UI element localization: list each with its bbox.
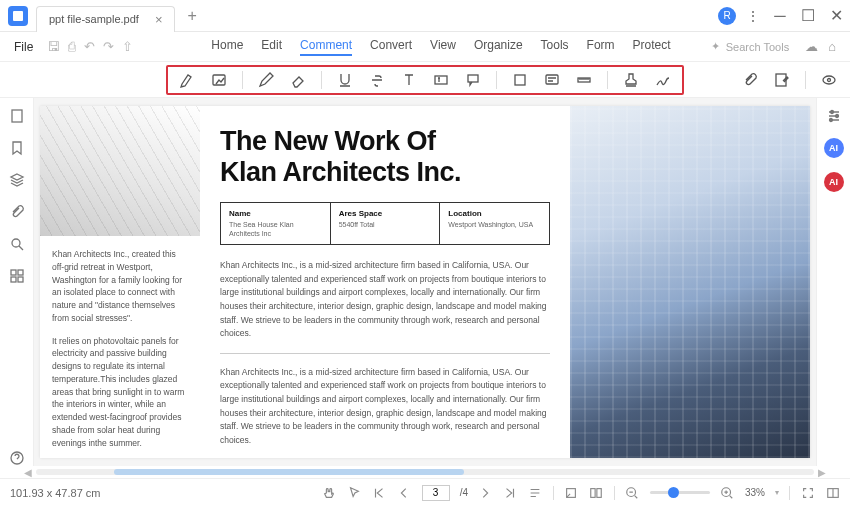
home-icon[interactable]: ⌂ bbox=[828, 39, 836, 54]
tab-home[interactable]: Home bbox=[211, 38, 243, 56]
comment-toolbar bbox=[166, 65, 684, 95]
read-mode-icon[interactable] bbox=[825, 485, 840, 500]
svg-point-18 bbox=[829, 119, 832, 122]
search-panel-icon[interactable] bbox=[9, 236, 25, 252]
area-value: 5540ff Total bbox=[339, 220, 432, 229]
save-icon[interactable]: 🖫 bbox=[47, 39, 60, 54]
search-placeholder: Search Tools bbox=[726, 41, 789, 53]
horizontal-scrollbar[interactable]: ◀ ▶ bbox=[0, 466, 850, 478]
area-label: Ares Space bbox=[339, 209, 432, 218]
svg-rect-20 bbox=[591, 488, 595, 497]
ai-badge-red[interactable]: AI bbox=[824, 172, 844, 192]
stamp-icon[interactable] bbox=[622, 71, 640, 89]
zoom-out-icon[interactable] bbox=[625, 485, 640, 500]
area-highlight-icon[interactable] bbox=[210, 71, 228, 89]
textbox-icon[interactable] bbox=[432, 71, 450, 89]
tab-protect[interactable]: Protect bbox=[633, 38, 671, 56]
close-tab-icon[interactable]: × bbox=[155, 12, 163, 27]
measure-icon[interactable] bbox=[575, 71, 593, 89]
search-tools[interactable]: ✦ Search Tools bbox=[711, 40, 789, 53]
scroll-right-icon[interactable]: ▶ bbox=[814, 467, 830, 478]
layers-icon[interactable] bbox=[9, 172, 25, 188]
left-sidebar bbox=[0, 98, 34, 466]
kebab-menu-icon[interactable]: ⋮ bbox=[746, 8, 760, 24]
note-icon[interactable] bbox=[543, 71, 561, 89]
more-panel-icon[interactable] bbox=[9, 268, 25, 284]
svg-point-10 bbox=[12, 239, 20, 247]
tab-view[interactable]: View bbox=[430, 38, 456, 56]
shape-icon[interactable] bbox=[511, 71, 529, 89]
print-icon[interactable]: ⎙ bbox=[68, 39, 76, 54]
headline: The New Work Of Klan Architects Inc. bbox=[220, 126, 550, 188]
last-page-icon[interactable] bbox=[503, 485, 518, 500]
zoom-in-icon[interactable] bbox=[720, 485, 735, 500]
cloud-icon[interactable]: ☁ bbox=[805, 39, 818, 54]
edit-comment-icon[interactable] bbox=[773, 71, 791, 89]
svg-point-8 bbox=[828, 78, 831, 81]
fit-page-icon[interactable] bbox=[564, 485, 579, 500]
help-icon[interactable] bbox=[9, 450, 25, 466]
svg-point-16 bbox=[830, 111, 833, 114]
right-sidebar: AI AI bbox=[816, 98, 850, 466]
file-menu[interactable]: File bbox=[8, 40, 39, 54]
maximize-button[interactable]: ☐ bbox=[794, 0, 822, 32]
tab-comment[interactable]: Comment bbox=[300, 38, 352, 56]
minimize-button[interactable]: ─ bbox=[766, 0, 794, 32]
page-total: /4 bbox=[460, 487, 468, 498]
settings-sliders-icon[interactable] bbox=[826, 108, 842, 124]
pencil-icon[interactable] bbox=[257, 71, 275, 89]
reflow-icon[interactable] bbox=[528, 485, 543, 500]
svg-rect-9 bbox=[12, 110, 22, 122]
zoom-knob[interactable] bbox=[668, 487, 679, 498]
fullscreen-icon[interactable] bbox=[800, 485, 815, 500]
eraser-icon[interactable] bbox=[289, 71, 307, 89]
zoom-value: 33% bbox=[745, 487, 765, 498]
document-canvas[interactable]: ⟳ Khan Architects Inc., created this off… bbox=[34, 98, 816, 466]
scroll-thumb[interactable] bbox=[114, 469, 464, 475]
attachments-panel-icon[interactable] bbox=[9, 204, 25, 220]
side-paragraph-2: It relies on photovoltaic panels for ele… bbox=[52, 335, 188, 450]
prev-page-icon[interactable] bbox=[397, 485, 412, 500]
tab-form[interactable]: Form bbox=[587, 38, 615, 56]
user-avatar[interactable]: R bbox=[718, 7, 736, 25]
redo-icon[interactable]: ↷ bbox=[103, 39, 114, 54]
zoom-slider[interactable] bbox=[650, 491, 710, 494]
document-tab[interactable]: ppt file-sample.pdf × bbox=[36, 6, 175, 32]
tab-convert[interactable]: Convert bbox=[370, 38, 412, 56]
svg-point-7 bbox=[823, 76, 835, 84]
attachment-icon[interactable] bbox=[741, 71, 759, 89]
hand-tool-icon[interactable] bbox=[322, 485, 337, 500]
info-table: Name The Sea House Klan Architects Inc A… bbox=[220, 202, 550, 245]
text-icon[interactable] bbox=[400, 71, 418, 89]
close-window-button[interactable]: ✕ bbox=[822, 0, 850, 32]
undo-icon[interactable]: ↶ bbox=[84, 39, 95, 54]
svg-rect-2 bbox=[468, 75, 478, 82]
callout-icon[interactable] bbox=[464, 71, 482, 89]
next-page-icon[interactable] bbox=[478, 485, 493, 500]
select-tool-icon[interactable] bbox=[347, 485, 362, 500]
page-number-input[interactable] bbox=[422, 485, 450, 501]
first-page-icon[interactable] bbox=[372, 485, 387, 500]
small-building-image bbox=[40, 106, 200, 236]
ai-badge-blue[interactable]: AI bbox=[824, 138, 844, 158]
underline-icon[interactable] bbox=[336, 71, 354, 89]
tab-organize[interactable]: Organize bbox=[474, 38, 523, 56]
svg-rect-13 bbox=[11, 277, 16, 282]
highlight-icon[interactable] bbox=[178, 71, 196, 89]
svg-rect-1 bbox=[435, 76, 447, 84]
tab-edit[interactable]: Edit bbox=[261, 38, 282, 56]
tab-tools[interactable]: Tools bbox=[541, 38, 569, 56]
name-value: The Sea House Klan Architects Inc bbox=[229, 220, 322, 238]
signature-icon[interactable] bbox=[654, 71, 672, 89]
bookmarks-icon[interactable] bbox=[9, 140, 25, 156]
body-paragraph-1: Khan Architects Inc., is a mid-sized arc… bbox=[220, 259, 550, 341]
svg-rect-3 bbox=[515, 75, 525, 85]
svg-rect-11 bbox=[11, 270, 16, 275]
add-tab-button[interactable]: + bbox=[187, 7, 196, 25]
thumbnails-icon[interactable] bbox=[9, 108, 25, 124]
view-mode-icon[interactable] bbox=[589, 485, 604, 500]
scroll-left-icon[interactable]: ◀ bbox=[20, 467, 36, 478]
strikethrough-icon[interactable] bbox=[368, 71, 386, 89]
share-icon[interactable]: ⇧ bbox=[122, 39, 133, 54]
show-comments-icon[interactable] bbox=[820, 71, 838, 89]
